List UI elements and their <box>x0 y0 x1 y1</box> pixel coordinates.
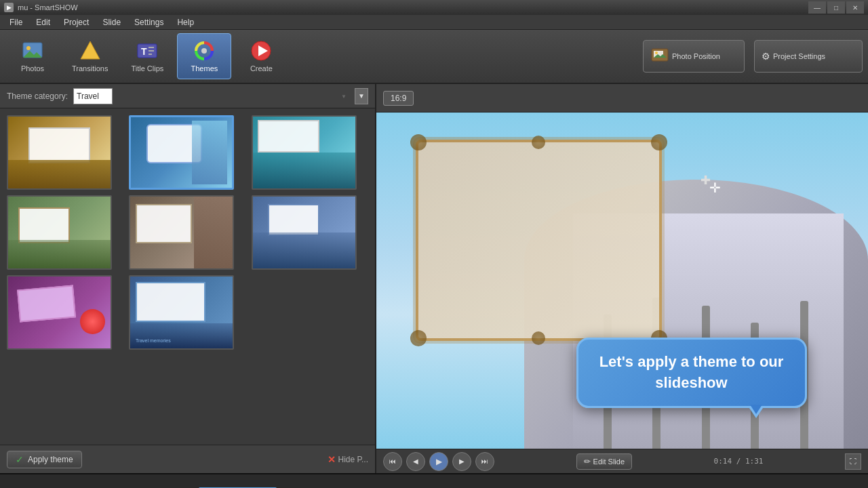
svg-marker-3 <box>81 41 100 59</box>
titleclips-tool[interactable]: T Title Clips <box>120 33 174 79</box>
theme-thumb-4 <box>8 197 111 268</box>
close-button[interactable]: ✕ <box>846 1 864 14</box>
tooltip-text: Let's apply a theme to our slideshow <box>599 353 784 391</box>
edit-slide-label: Edit Slide <box>593 458 625 466</box>
theme-thumb-5 <box>130 197 233 268</box>
filmstrip: A Trip to Munich 1 ★ T 5.0 ≋ 2.0 2 ★ T <box>0 473 868 488</box>
move-cursor-icon: ✛ <box>709 180 721 196</box>
window-controls[interactable]: — □ ✕ <box>808 1 864 14</box>
theme-thumb-1 <box>8 117 111 188</box>
maximize-button[interactable]: □ <box>827 1 845 14</box>
theme-item-8[interactable]: Travel memories <box>129 275 234 350</box>
category-dropdown-arrow[interactable]: ▼ <box>355 88 368 104</box>
forward-button[interactable]: ⏭ <box>475 452 494 471</box>
apply-bar: ✓ Apply theme ✕ Hide P... <box>0 445 375 473</box>
edit-pencil-icon: ✏ <box>584 457 591 466</box>
edit-slide-button[interactable]: ✏ Edit Slide <box>576 453 632 470</box>
theme-item-7[interactable] <box>7 275 112 350</box>
hide-x-icon: ✕ <box>328 454 336 465</box>
svg-point-16 <box>655 52 658 54</box>
themes-icon <box>193 40 215 62</box>
ratio-label: 16:9 <box>391 94 406 103</box>
svg-text:T: T <box>141 46 147 57</box>
svg-point-10 <box>201 48 207 54</box>
preview-area: ✚ ✛ Let's apply <box>376 113 868 449</box>
transitions-icon <box>79 40 101 62</box>
play-controls: ⏮ ◀ ▶ ▶ ⏭ <box>383 452 494 471</box>
leaf-corner-tl <box>410 134 427 150</box>
photos-label: Photos <box>21 64 44 73</box>
toolbar: Photos Transitions T Title Clips <box>0 30 868 84</box>
theme-thumb-7 <box>8 277 111 348</box>
transitions-tool[interactable]: Transitions <box>62 33 117 79</box>
app-title: mu - SmartSHOW <box>18 3 78 12</box>
project-settings-label: Project Settings <box>773 52 825 60</box>
menu-slide[interactable]: Slide <box>96 15 127 30</box>
themes-label: Themes <box>191 64 218 73</box>
preview-bottom-bar: ⏮ ◀ ▶ ▶ ⏭ ✏ Edit Slide 0:14 / 1:31 ⛶ <box>376 449 868 473</box>
theme-item-3[interactable] <box>252 115 357 190</box>
svg-rect-6 <box>149 47 154 48</box>
photos-icon <box>22 40 43 62</box>
settings-gear-icon: ⚙ <box>762 51 770 62</box>
menu-help[interactable]: Help <box>170 15 201 30</box>
svg-point-1 <box>26 46 31 50</box>
category-select-wrap: Travel Nature Wedding Birthday <box>73 88 349 104</box>
svg-rect-8 <box>149 54 152 55</box>
play-button[interactable]: ▶ <box>429 452 448 471</box>
menu-file[interactable]: File <box>3 15 29 30</box>
themes-tool[interactable]: Themes <box>177 33 231 79</box>
minimize-button[interactable]: — <box>808 1 826 14</box>
hide-label: Hide P... <box>338 455 368 464</box>
left-panel: Theme category: Travel Nature Wedding Bi… <box>0 84 376 473</box>
titleclips-label: Title Clips <box>131 64 163 73</box>
app-icon: ▶ <box>4 3 14 12</box>
title-bar: ▶ mu - SmartSHOW — □ ✕ <box>0 0 868 15</box>
apply-check-icon: ✓ <box>16 454 24 465</box>
prev-frame-button[interactable]: ◀ <box>406 452 425 471</box>
create-tool[interactable]: Create <box>234 33 288 79</box>
theme-item-4[interactable] <box>7 195 112 270</box>
create-label: Create <box>250 64 273 73</box>
leaf-bottom-center <box>532 331 545 345</box>
menu-project[interactable]: Project <box>57 15 96 30</box>
category-label: Theme category: <box>7 92 68 101</box>
next-frame-button[interactable]: ▶ <box>452 452 471 471</box>
themes-grid: Travel memories <box>0 108 375 445</box>
main-content: Theme category: Travel Nature Wedding Bi… <box>0 84 868 473</box>
theme-thumb-6 <box>253 197 355 268</box>
leaf-top-center <box>532 136 545 149</box>
theme-item-2[interactable] <box>129 115 234 190</box>
apply-theme-button[interactable]: ✓ Apply theme <box>7 451 82 468</box>
preview-toolbar: 16:9 <box>376 84 868 113</box>
theme-item-6[interactable] <box>252 195 357 270</box>
fullscreen-button[interactable]: ⛶ <box>845 453 861 470</box>
category-select[interactable]: Travel Nature Wedding Birthday <box>73 88 113 104</box>
filmstrip-scroll: A Trip to Munich 1 ★ T 5.0 ≋ 2.0 2 ★ T <box>0 474 868 488</box>
theme-item-1[interactable] <box>7 115 112 190</box>
menu-bar: File Edit Project Slide Settings Help <box>0 15 868 30</box>
theme-frame <box>416 140 662 342</box>
photo-position-label: Photo Position <box>672 52 720 60</box>
theme-thumb-3 <box>253 117 355 188</box>
transitions-label: Transitions <box>72 64 108 73</box>
svg-rect-7 <box>149 50 154 52</box>
photos-tool[interactable]: Photos <box>5 33 60 79</box>
photo-position-button[interactable]: Photo Position <box>643 40 745 73</box>
menu-edit[interactable]: Edit <box>29 15 57 30</box>
create-icon <box>250 40 272 62</box>
apply-theme-label: Apply theme <box>28 455 73 464</box>
time-display: 0:14 / 1:31 <box>714 457 764 466</box>
project-settings-button[interactable]: ⚙ Project Settings <box>754 40 863 73</box>
rewind-button[interactable]: ⏮ <box>383 452 402 471</box>
menu-settings[interactable]: Settings <box>127 15 170 30</box>
tooltip-bubble: Let's apply a theme to our slideshow <box>576 338 807 408</box>
ratio-button[interactable]: 16:9 <box>383 91 414 106</box>
hide-panel-button[interactable]: ✕ Hide P... <box>328 454 368 465</box>
vine-border <box>413 137 665 344</box>
theme-category-bar: Theme category: Travel Nature Wedding Bi… <box>0 84 375 108</box>
theme-thumb-8: Travel memories <box>130 277 233 348</box>
theme-item-5[interactable] <box>129 195 234 270</box>
leaf-corner-tr <box>651 134 667 150</box>
photo-position-icon <box>650 46 669 67</box>
